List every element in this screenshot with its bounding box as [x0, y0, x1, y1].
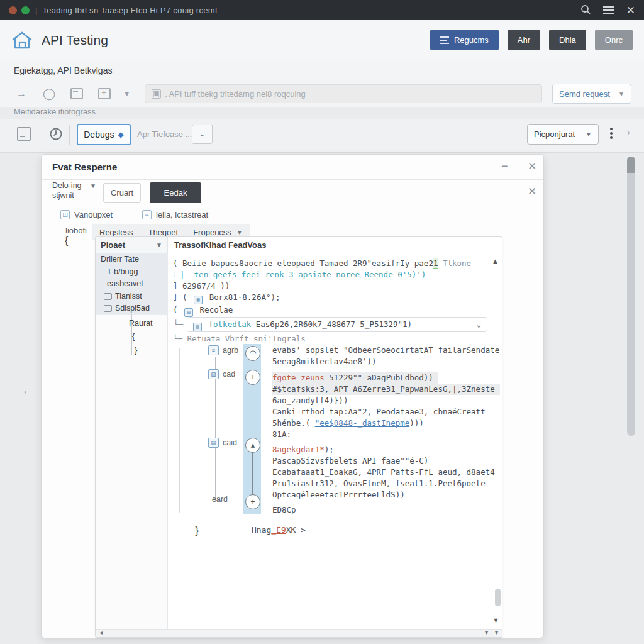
toolbar-divider	[142, 86, 142, 102]
scroll-left-icon[interactable]: ◂	[99, 629, 103, 636]
tree-extra-label: Raurat	[129, 319, 153, 328]
code-row: ( Beiie-bapucs8aocrie eleopaed Tamaed 2R…	[173, 258, 497, 269]
filter-icon	[440, 35, 449, 46]
collection-dropdown-button[interactable]: ⌄	[192, 125, 213, 144]
code-segment: Borx81·8.26A°);	[204, 292, 280, 302]
code-segment: (	[173, 305, 182, 314]
chevron-down-icon[interactable]: ▼	[123, 90, 130, 97]
code-row: 5hénbe.( "ee$0848-_dastInepme)))	[272, 418, 497, 429]
titlebar-separator: |	[35, 6, 37, 15]
request-icon: ▣	[152, 89, 161, 99]
footer-link[interactable]: Hnag_E9XK >	[252, 525, 306, 535]
search-icon[interactable]	[580, 4, 591, 16]
dialog-header: Fvat Resperne − ✕	[42, 155, 543, 180]
app-header: API Testing Regucms Ahr Dhia Onrc	[0, 20, 644, 60]
meta-label: ieiia, ictastreat	[156, 210, 208, 219]
code-segment: Tlkone	[438, 258, 471, 268]
header-button-3[interactable]: Dhia	[549, 30, 586, 50]
request-toolbar: → ◯ ▼ ▣ . API tuff tbekg tritedamg nei8 …	[0, 80, 644, 107]
code-segment: ▤	[184, 308, 193, 317]
arrow-right-icon[interactable]: →	[16, 88, 26, 99]
titlebar: | Teading Ibrl sn Taasep Ffco Hi P7 coui…	[0, 0, 644, 20]
panel-body: Drilerr TateT-b/buggeasbeavetTianisstSdi…	[96, 253, 502, 629]
toolbar-divider	[69, 125, 70, 145]
chevron-down-icon[interactable]: ⌄	[477, 318, 481, 331]
tree-item[interactable]: Sdispl5ad	[96, 303, 167, 315]
circle-icon[interactable]: ◯	[43, 87, 55, 101]
chart-icon: ◫	[60, 210, 70, 219]
code-row: 81A:	[272, 429, 497, 440]
draft-button[interactable]: Cruart	[103, 183, 141, 203]
window-title: Teading Ibrl sn Taasep Ffco Hi P7 couig …	[42, 6, 217, 15]
code-segment: 51229"" aDagPubLdbod))	[325, 373, 433, 382]
diamond-icon: ◆	[118, 130, 124, 139]
tree-item[interactable]: Drilerr Tate	[96, 253, 167, 266]
horizontal-scrollbar[interactable]: ◂ ▾ ▾	[96, 629, 502, 637]
code-panel: ≡agrb◠▧cad+▤caid▴eard+ ( Beiie-bapucs8ao…	[168, 253, 502, 629]
send-request-button[interactable]: Semd request ▼	[552, 84, 631, 104]
debug-button[interactable]: Debugs ◆	[77, 124, 131, 145]
code-segment: └─	[173, 334, 187, 343]
tab-regsless[interactable]: Regsless	[99, 228, 133, 237]
main-area: → Fvat Resperne − ✕ Delo-ing ▼ stjwnit C…	[0, 153, 644, 644]
code-segment: Recolae	[195, 305, 233, 314]
chevron-down-icon: ▼	[618, 91, 625, 97]
code-row: Optcagéleeetac1PrrrteeLldS))	[272, 489, 497, 501]
tree-header[interactable]: Ploaet ▼	[96, 237, 168, 253]
environment-label: Picponjurat	[534, 130, 575, 139]
code-segment: 6ao_zandytf4)}))	[272, 396, 348, 405]
tree-close-brace: }	[135, 345, 137, 355]
meta-item-1: ◫ Vanoupxet	[60, 210, 113, 219]
code-row: ⁞ |- ten-geefs—feei renk 3 apsiate noree…	[173, 269, 497, 280]
primary-button[interactable]: Eedak	[150, 182, 201, 203]
mode-selector[interactable]: Delo-ing ▼ stjwnit	[52, 181, 96, 200]
panel-icon[interactable]	[70, 88, 83, 99]
history-clock-icon[interactable]	[49, 127, 63, 143]
header-button-4[interactable]: Onrc	[595, 30, 633, 50]
code-segment: ▥	[193, 323, 202, 331]
tree-item[interactable]: easbeavet	[96, 278, 167, 291]
add-panel-icon[interactable]	[98, 88, 111, 99]
scrollbar-thumb[interactable]	[627, 157, 635, 173]
vertical-scrollbar-thumb[interactable]	[495, 589, 501, 606]
scroll-down-icon[interactable]: ▼	[492, 616, 499, 624]
tree-header-label: Ploaet	[101, 240, 125, 250]
code-row: ] 62967/4 ))	[173, 280, 497, 292]
tree-item-label: easbeavet	[107, 278, 143, 291]
close-icon[interactable]: ✕	[626, 4, 635, 17]
layout-icon[interactable]	[17, 127, 31, 141]
tree-item[interactable]: Tianisst	[96, 291, 167, 303]
secondary-toolbar: Debugs ◆ Apr Tiefoase ... ⌄ Picponjurat …	[0, 119, 644, 153]
scroll-up-icon[interactable]: ▲	[492, 257, 499, 265]
requests-button[interactable]: Regucms	[430, 30, 499, 50]
code-segment: fotkedtak	[204, 319, 251, 329]
close-icon[interactable]: ✕	[528, 160, 536, 173]
url-placeholder: . API tuff tbekg tritedamg nei8 roqcuing	[165, 89, 306, 99]
breadcrumb-text: Egiekatgg, API Betkvlgas	[14, 65, 112, 75]
code-segment: Optcagéleeetac1PrrrteeLldS))	[272, 490, 405, 499]
close-icon[interactable]: ✕	[528, 185, 536, 198]
response-dialog: Fvat Resperne − ✕ Delo-ing ▼ stjwnit Cru…	[41, 154, 544, 638]
code-segment: 5eeag8miktectav4ae8'))	[272, 357, 377, 366]
chevron-right-icon[interactable]: ›	[626, 126, 630, 139]
breadcrumb: Egiekatgg, API Betkvlgas	[0, 60, 644, 80]
tab-fropeucss[interactable]: Fropeucss	[193, 228, 231, 237]
kebab-menu-icon[interactable]	[607, 126, 616, 141]
close-brace: }	[194, 525, 200, 536]
environment-dropdown[interactable]: Picponjurat ▼	[527, 124, 599, 145]
code-row: └─ Retuata Vbrft sni'Ingrals	[173, 333, 497, 345]
url-input[interactable]: ▣ . API tuff tbekg tritedamg nei8 roqcui…	[145, 84, 542, 103]
header-button-2[interactable]: Ahr	[508, 30, 540, 50]
window-scrollbar[interactable]	[627, 157, 635, 436]
home-icon[interactable]	[11, 31, 33, 50]
scroll-down-icon[interactable]: ▾	[495, 629, 498, 636]
tab-thegoet[interactable]: Thegoet	[148, 228, 178, 237]
tree-item[interactable]: T-b/bugg	[96, 266, 167, 279]
code-segment: Eas6p26,2R60k7_488677-5_P51329"1)	[251, 319, 412, 329]
minimize-icon[interactable]: −	[501, 160, 508, 173]
dialog-meta-row: ◫ Vanoupxet ≣ ieiia, ictastreat	[42, 208, 543, 224]
tree-item-label: Drilerr Tate	[101, 253, 139, 266]
chevron-down-icon: ▼	[156, 242, 162, 248]
scroll-down-icon[interactable]: ▾	[485, 629, 488, 636]
menu-icon[interactable]	[603, 4, 614, 16]
